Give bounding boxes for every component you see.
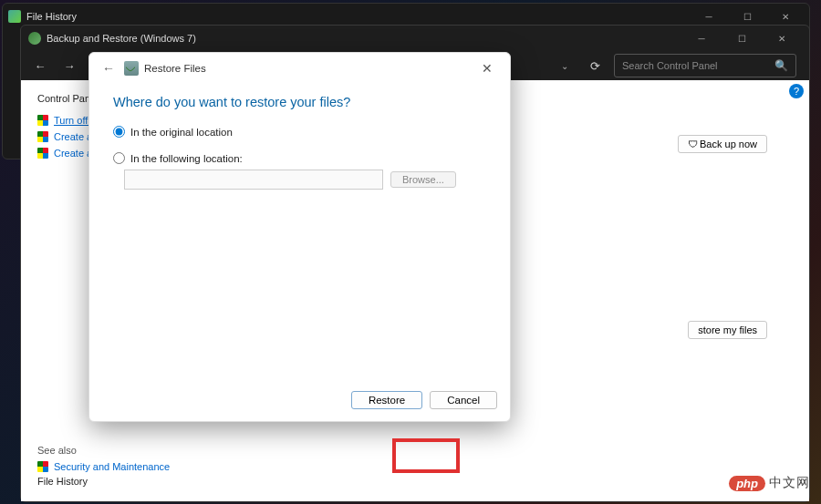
radio-following-input[interactable] bbox=[113, 152, 125, 164]
file-history-icon bbox=[8, 10, 21, 23]
shield-icon bbox=[37, 148, 48, 159]
file-history-title: File History bbox=[26, 11, 77, 22]
restore-icon bbox=[124, 61, 139, 76]
backup-restore-icon bbox=[28, 32, 41, 45]
dialog-back-button[interactable]: ← bbox=[99, 58, 119, 78]
shield-icon bbox=[37, 461, 48, 472]
backup-now-button[interactable]: 🛡Back up now bbox=[678, 135, 767, 153]
radio-following-location[interactable]: In the following location: bbox=[113, 152, 486, 164]
watermark-pill: php bbox=[729, 476, 765, 491]
help-icon[interactable]: ? bbox=[789, 84, 804, 98]
search-input[interactable]: Search Control Panel 🔍 bbox=[614, 54, 796, 77]
browse-button[interactable]: Browse... bbox=[390, 171, 456, 188]
address-dropdown[interactable]: ⌄ bbox=[554, 54, 576, 77]
see-also-header: See also bbox=[37, 445, 170, 456]
cancel-button[interactable]: Cancel bbox=[430, 391, 497, 409]
shield-icon bbox=[37, 131, 48, 142]
watermark: php 中文网 bbox=[729, 475, 810, 491]
see-also-file-history[interactable]: File History bbox=[37, 476, 170, 487]
see-also-section: See also Security and Maintenance File H… bbox=[37, 445, 170, 490]
restore-my-files-button[interactable]: store my files bbox=[688, 321, 767, 339]
nav-back-button[interactable]: ← bbox=[28, 54, 52, 77]
maximize-button[interactable]: ☐ bbox=[722, 26, 762, 50]
location-input[interactable] bbox=[124, 170, 383, 190]
nav-forward-button[interactable]: → bbox=[57, 54, 81, 77]
close-button[interactable]: ✕ bbox=[762, 26, 802, 50]
search-icon: 🔍 bbox=[774, 59, 788, 72]
radio-original-input[interactable] bbox=[113, 126, 125, 138]
restore-files-dialog: ← Restore Files ✕ Where do you want to r… bbox=[88, 52, 511, 422]
dialog-heading: Where do you want to restore your files? bbox=[113, 95, 486, 109]
radio-original-location[interactable]: In the original location bbox=[113, 126, 486, 138]
search-placeholder: Search Control Panel bbox=[622, 60, 718, 71]
restore-button[interactable]: Restore bbox=[351, 391, 422, 409]
see-also-security[interactable]: Security and Maintenance bbox=[37, 461, 170, 472]
watermark-text: 中文网 bbox=[769, 475, 810, 491]
dialog-close-button[interactable]: ✕ bbox=[473, 57, 501, 80]
backup-restore-title: Backup and Restore (Windows 7) bbox=[47, 33, 196, 44]
dialog-title: Restore Files bbox=[144, 63, 206, 74]
minimize-button[interactable]: ─ bbox=[681, 26, 722, 50]
shield-icon: 🛡 bbox=[688, 139, 698, 149]
shield-icon bbox=[37, 115, 48, 126]
refresh-button[interactable]: ⟳ bbox=[581, 54, 608, 77]
